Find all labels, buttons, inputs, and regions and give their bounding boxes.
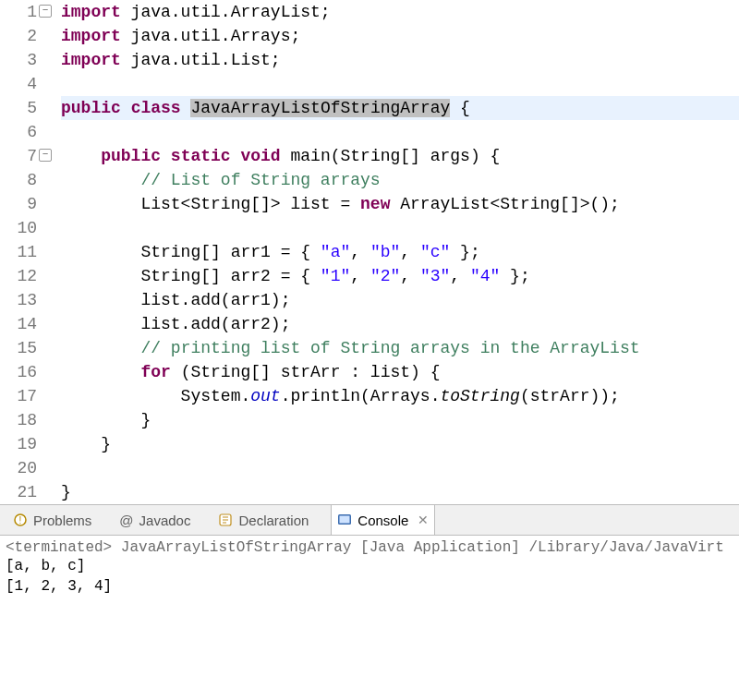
tab-javadoc[interactable]: @ Javadoc — [114, 505, 196, 535]
code-text: System. — [61, 387, 250, 405]
fold-toggle-icon[interactable]: − — [39, 5, 52, 18]
keyword: import — [61, 3, 121, 21]
tab-label: Javadoc — [139, 513, 191, 528]
comment: // printing list of String arrays in the… — [140, 339, 639, 357]
line-number: 11 — [0, 240, 50, 264]
fold-toggle-icon[interactable]: − — [39, 149, 52, 162]
string-literal: "2" — [370, 267, 400, 285]
javadoc-at-icon: @ — [119, 513, 133, 528]
code-text: main(String[] args) { — [281, 147, 501, 165]
code-line[interactable] — [61, 72, 739, 96]
code-area[interactable]: import java.util.ArrayList;import java.u… — [54, 0, 739, 504]
code-line[interactable]: String[] arr2 = { "1", "2", "3", "4" }; — [61, 264, 739, 288]
svg-text:!: ! — [19, 515, 22, 525]
bottom-tabs-bar: ! Problems @ Javadoc Declaration Console… — [0, 504, 739, 536]
code-text: }; — [500, 267, 529, 285]
keyword: public — [101, 147, 161, 165]
problems-icon: ! — [13, 513, 28, 527]
line-number: 21 — [0, 480, 50, 504]
tab-console[interactable]: Console ✕ — [331, 505, 435, 535]
code-text: } — [61, 483, 71, 501]
static-method: toString — [440, 387, 519, 405]
code-text — [161, 147, 171, 165]
code-text: ArrayList<String[]>(); — [390, 195, 619, 213]
code-text: , — [400, 267, 420, 285]
class-name-highlight: JavaArrayListOfStringArray — [190, 99, 450, 117]
string-literal: "4" — [470, 267, 500, 285]
code-editor[interactable]: 1−234567−89101112131415161718192021 impo… — [0, 0, 739, 504]
line-number-gutter: 1−234567−89101112131415161718192021 — [0, 0, 54, 504]
code-line[interactable]: String[] arr1 = { "a", "b", "c" }; — [61, 240, 739, 264]
code-line[interactable]: import java.util.ArrayList; — [61, 0, 739, 24]
code-text: .println(Arrays. — [281, 387, 441, 405]
line-number: 10 — [0, 216, 50, 240]
code-text — [61, 339, 140, 357]
code-line[interactable]: list.add(arr1); — [61, 288, 739, 312]
code-text: List<String[]> list = — [61, 195, 360, 213]
console-panel: <terminated> JavaArrayListOfStringArray … — [0, 536, 739, 600]
code-text: (strArr)); — [520, 387, 620, 405]
line-number: 1− — [0, 0, 50, 24]
code-text: String[] arr2 = { — [61, 267, 321, 285]
svg-rect-4 — [340, 516, 350, 524]
line-number: 16 — [0, 360, 50, 384]
line-number: 12 — [0, 264, 50, 288]
code-text: , — [450, 267, 470, 285]
code-text: , — [350, 267, 370, 285]
code-line[interactable]: } — [61, 480, 739, 504]
tab-label: Declaration — [238, 513, 309, 528]
code-line[interactable]: System.out.println(Arrays.toString(strAr… — [61, 384, 739, 408]
string-literal: "3" — [420, 267, 450, 285]
line-number: 9 — [0, 192, 50, 216]
line-number: 14 — [0, 312, 50, 336]
line-number: 20 — [0, 456, 50, 480]
code-text: } — [61, 411, 151, 429]
tab-problems[interactable]: ! Problems — [7, 505, 97, 535]
code-line[interactable]: import java.util.Arrays; — [61, 24, 739, 48]
code-text: list.add(arr1); — [61, 291, 290, 309]
line-number: 17 — [0, 384, 50, 408]
code-line[interactable] — [61, 456, 739, 480]
line-number: 4 — [0, 72, 50, 96]
code-text: , — [400, 243, 420, 261]
keyword: new — [360, 195, 390, 213]
code-line[interactable] — [61, 216, 739, 240]
code-line[interactable]: // List of String arrays — [61, 168, 739, 192]
code-line[interactable] — [61, 120, 739, 144]
keyword: public — [61, 99, 121, 117]
string-literal: "a" — [321, 243, 350, 261]
code-line[interactable]: public class JavaArrayListOfStringArray … — [61, 96, 739, 120]
code-line[interactable]: // printing list of String arrays in the… — [61, 336, 739, 360]
code-line[interactable]: public static void main(String[] args) { — [61, 144, 739, 168]
code-line[interactable]: for (String[] strArr : list) { — [61, 360, 739, 384]
line-number: 19 — [0, 432, 50, 456]
code-text: { — [450, 99, 470, 117]
line-number: 3 — [0, 48, 50, 72]
code-text — [61, 147, 101, 165]
code-line[interactable]: import java.util.List; — [61, 48, 739, 72]
code-text: java.util.Arrays; — [121, 27, 300, 45]
code-text: java.util.ArrayList; — [121, 3, 331, 21]
code-line[interactable]: List<String[]> list = new ArrayList<Stri… — [61, 192, 739, 216]
console-output-line: [1, 2, 3, 4] — [6, 576, 733, 597]
code-text: , — [350, 243, 370, 261]
code-text — [231, 147, 241, 165]
static-field: out — [250, 387, 280, 405]
tab-declaration[interactable]: Declaration — [212, 505, 314, 535]
line-number: 7− — [0, 144, 50, 168]
keyword: static — [171, 147, 231, 165]
line-number: 15 — [0, 336, 50, 360]
line-number: 5 — [0, 96, 50, 120]
line-number: 18 — [0, 408, 50, 432]
console-icon — [337, 513, 352, 527]
code-text — [121, 99, 131, 117]
tab-label: Console — [357, 513, 408, 528]
code-line[interactable]: } — [61, 432, 739, 456]
keyword: class — [131, 99, 181, 117]
code-text: String[] arr1 = { — [61, 243, 321, 261]
console-output-line: [a, b, c] — [6, 556, 733, 576]
close-icon[interactable]: ✕ — [418, 513, 429, 527]
code-line[interactable]: list.add(arr2); — [61, 312, 739, 336]
line-number: 13 — [0, 288, 50, 312]
code-line[interactable]: } — [61, 408, 739, 432]
